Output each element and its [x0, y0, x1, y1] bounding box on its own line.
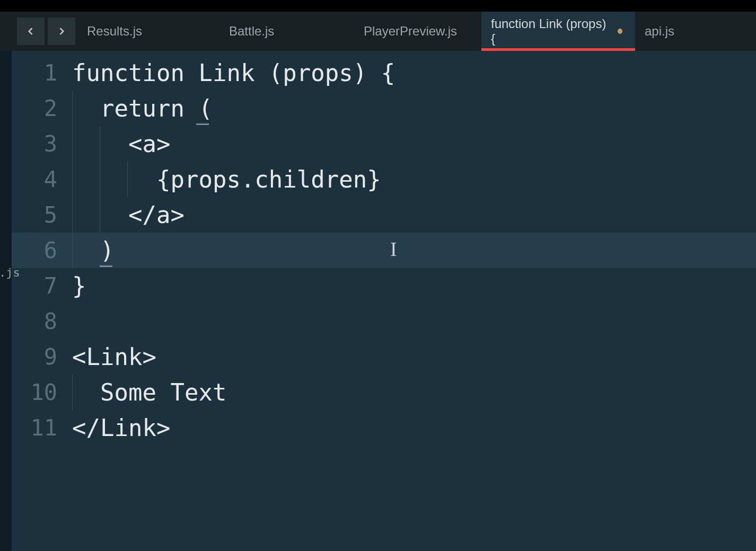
- chevron-right-icon: [56, 26, 67, 37]
- code-line[interactable]: <Link>: [67, 339, 756, 375]
- code-line[interactable]: </Link>: [67, 410, 756, 446]
- gutter[interactable]: 1 2 3 4 5 6 7 8 9 10 11: [12, 51, 67, 551]
- code-line[interactable]: Some Text: [67, 375, 756, 410]
- code-line[interactable]: }: [67, 268, 756, 304]
- chevron-left-icon: [25, 26, 36, 37]
- cursor-underline: [196, 123, 209, 125]
- title-bar: [0, 0, 756, 12]
- tab-active-label: function Link (props) {: [491, 16, 607, 46]
- line-number[interactable]: 11: [12, 410, 67, 446]
- sidebar-left: .js: [0, 51, 12, 551]
- tab-results[interactable]: Results.js: [80, 12, 213, 51]
- code-line[interactable]: {props.children}: [67, 162, 756, 197]
- text-cursor-icon: I: [390, 237, 397, 261]
- nav-buttons: [0, 12, 80, 51]
- line-number[interactable]: 2: [12, 91, 67, 126]
- code-line[interactable]: </a>: [67, 197, 756, 233]
- tabs-container: Results.js Battle.js PlayerPreview.js fu…: [80, 12, 756, 51]
- code-line-current[interactable]: ): [67, 233, 756, 268]
- cursor-underline: [100, 265, 112, 267]
- line-number[interactable]: 4: [12, 162, 67, 197]
- forward-button[interactable]: [48, 17, 75, 45]
- editor-area: .js 1 2 3 4 5 6 7 8 9 10 11 function Lin…: [0, 51, 756, 551]
- code-line[interactable]: return (: [67, 91, 756, 126]
- editor-container: Results.js Battle.js PlayerPreview.js fu…: [0, 0, 756, 551]
- code-line[interactable]: function Link (props) {: [67, 55, 756, 91]
- code-line[interactable]: <a>: [67, 126, 756, 162]
- line-number[interactable]: 7: [12, 268, 67, 304]
- code-line[interactable]: [67, 304, 756, 339]
- tab-active[interactable]: function Link (props) {: [481, 12, 635, 51]
- unsaved-dot-icon: [618, 29, 622, 34]
- code-area[interactable]: function Link (props) { return ( <a> {pr…: [67, 51, 756, 551]
- line-number[interactable]: 5: [12, 197, 67, 233]
- back-button[interactable]: [17, 17, 45, 45]
- tab-battle[interactable]: Battle.js: [213, 12, 348, 51]
- tab-bar: Results.js Battle.js PlayerPreview.js fu…: [0, 12, 756, 51]
- tab-playerpreview[interactable]: PlayerPreview.js: [348, 12, 481, 51]
- line-number[interactable]: 10: [12, 375, 67, 410]
- line-number[interactable]: 1: [12, 55, 67, 91]
- tab-api[interactable]: api.js: [635, 12, 756, 51]
- line-number[interactable]: 9: [12, 339, 67, 375]
- line-number[interactable]: 3: [12, 126, 67, 162]
- line-number[interactable]: 8: [12, 304, 67, 339]
- line-number-current[interactable]: 6: [12, 233, 67, 268]
